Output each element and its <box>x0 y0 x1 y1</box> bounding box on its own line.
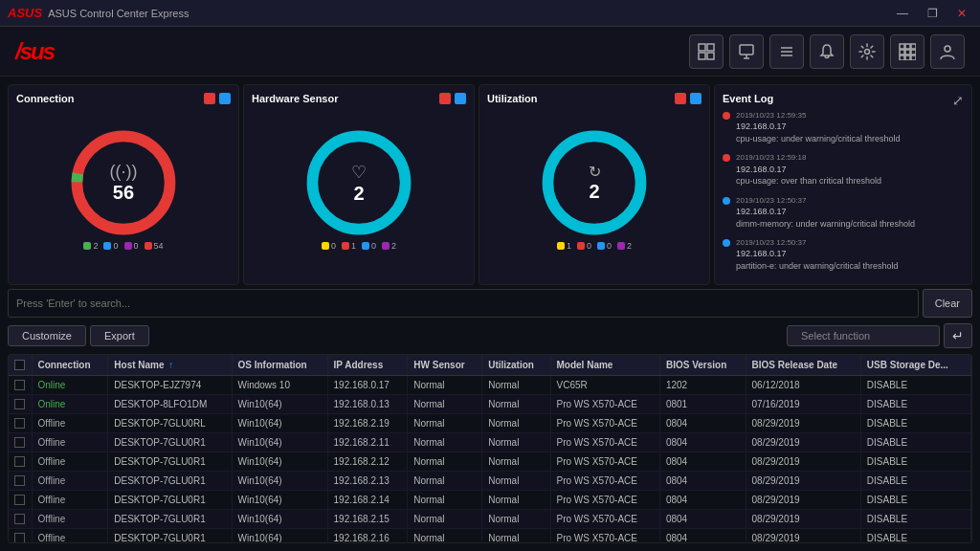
toolbar-row: Customize Export Select function ↵ <box>8 321 972 350</box>
table-cell: Offline <box>32 472 108 491</box>
col-connection[interactable]: Connection <box>32 355 108 376</box>
table-row: OfflineDESKTOP-7GLU0R1Win10(64)192.168.2… <box>9 433 971 452</box>
event-item-2: 2019/10/23 12:50:37 192.168.0.17 dimm-me… <box>723 195 964 230</box>
close-button[interactable]: ✕ <box>951 5 972 22</box>
table-cell: Offline <box>32 414 108 433</box>
row-checkbox-cell[interactable] <box>9 472 32 491</box>
hw-icon-1[interactable] <box>439 93 451 104</box>
titlebar-logo: ASUS <box>8 6 42 20</box>
select-function-dropdown[interactable]: Select function <box>787 325 940 346</box>
dashboard-icon[interactable] <box>689 34 724 69</box>
minimize-button[interactable]: — <box>891 5 914 22</box>
table-cell: Pro WS X570-ACE <box>550 472 659 491</box>
table-cell: 0804 <box>659 510 746 529</box>
col-ip[interactable]: IP Address <box>327 355 408 376</box>
connection-status: Online <box>38 399 66 409</box>
table-cell: 192.168.2.16 <box>327 529 408 544</box>
legend-online-label: 2 <box>93 241 98 251</box>
table-cell: 192.168.2.11 <box>327 433 408 452</box>
hardware-sensor-title: Hardware Sensor <box>252 93 466 104</box>
table-cell: 192.168.0.13 <box>327 395 408 414</box>
row-checkbox[interactable] <box>14 475 25 486</box>
util-icon-1[interactable] <box>675 93 686 104</box>
hw-icon-2[interactable] <box>455 93 466 104</box>
customize-button[interactable]: Customize <box>8 325 86 346</box>
row-checkbox[interactable] <box>14 495 25 505</box>
table-cell: Normal <box>482 395 550 414</box>
connection-icon-1[interactable] <box>204 93 215 104</box>
table-row: OfflineDESKTOP-7GLU0R1Win10(64)192.168.2… <box>9 472 971 491</box>
grid-icon[interactable] <box>890 34 924 69</box>
clear-button[interactable]: Clear <box>923 289 972 318</box>
connection-status: Offline <box>38 495 66 505</box>
user-icon[interactable] <box>930 34 965 69</box>
col-os[interactable]: OS Information <box>232 355 327 376</box>
monitor-icon[interactable] <box>729 34 764 69</box>
util-icon-2[interactable] <box>690 93 702 104</box>
settings-icon[interactable] <box>850 34 884 69</box>
hw-legend-yellow: 0 <box>322 241 336 251</box>
row-checkbox[interactable] <box>14 533 25 543</box>
util-legend-purple-label: 2 <box>627 241 632 251</box>
row-checkbox[interactable] <box>14 399 25 409</box>
legend-item-purple: 0 <box>124 241 139 251</box>
row-checkbox[interactable] <box>14 380 25 390</box>
col-checkbox[interactable] <box>9 355 32 376</box>
row-checkbox-cell[interactable] <box>9 452 32 472</box>
table-cell: 0804 <box>659 472 746 491</box>
row-checkbox[interactable] <box>14 437 25 448</box>
row-checkbox[interactable] <box>14 514 25 524</box>
event-list: 2019/10/23 12:59:35 192.168.0.17 cpu-usa… <box>723 110 964 273</box>
connection-donut: ((·)) 56 <box>71 130 176 235</box>
connection-icon-2[interactable] <box>219 93 231 104</box>
row-checkbox-cell[interactable] <box>9 510 32 529</box>
table-cell: DISABLE <box>860 395 970 414</box>
table-cell: 1202 <box>659 376 746 395</box>
legend-item-offline: 54 <box>145 241 164 251</box>
col-bios[interactable]: BIOS Version <box>659 355 746 376</box>
row-checkbox-cell[interactable] <box>9 395 32 414</box>
row-checkbox-cell[interactable] <box>9 433 32 452</box>
row-checkbox-cell[interactable] <box>9 376 32 395</box>
col-usb[interactable]: USB Storage De... <box>860 355 970 376</box>
col-hwsensor[interactable]: HW Sensor <box>408 355 482 376</box>
hw-value: 2 <box>351 183 367 205</box>
maximize-button[interactable]: ❐ <box>922 5 944 22</box>
apply-button[interactable]: ↵ <box>944 323 972 348</box>
row-checkbox[interactable] <box>14 456 25 467</box>
select-all-checkbox[interactable] <box>14 360 25 370</box>
svg-rect-16 <box>905 55 910 60</box>
table-cell: DESKTOP-8LFO1DM <box>108 395 232 414</box>
sort-arrow-hostname: ↑ <box>168 360 173 370</box>
table-cell: VC65R <box>550 376 659 395</box>
export-button[interactable]: Export <box>90 325 149 346</box>
table-cell: Pro WS X570-ACE <box>550 452 659 472</box>
connection-status: Offline <box>38 514 66 524</box>
row-checkbox-cell[interactable] <box>9 529 32 544</box>
bell-icon[interactable] <box>810 34 844 69</box>
table-cell: DISABLE <box>860 452 970 472</box>
col-utilization[interactable]: Utilization <box>482 355 550 376</box>
table-cell: Normal <box>408 395 482 414</box>
list-icon[interactable] <box>769 34 804 69</box>
search-input[interactable] <box>8 289 919 318</box>
event-time-2: 2019/10/23 12:50:37 <box>736 195 915 206</box>
table-cell: Normal <box>482 510 550 529</box>
event-log-widget: Event Log ⤢ 2019/10/23 12:59:35 192.168.… <box>714 84 972 285</box>
table-cell: 08/29/2019 <box>746 414 860 433</box>
svg-rect-14 <box>911 50 916 55</box>
table-cell: Win10(64) <box>232 433 327 452</box>
row-checkbox-cell[interactable] <box>9 414 32 433</box>
util-donut-container: ↻ 2 1 0 <box>487 110 702 271</box>
col-model[interactable]: Model Name <box>550 355 659 376</box>
col-bios-date[interactable]: BIOS Release Date <box>746 355 860 376</box>
hw-legend-red: 1 <box>342 241 356 251</box>
table-cell: Offline <box>32 510 108 529</box>
expand-icon[interactable]: ⤢ <box>952 93 964 108</box>
connection-status: Online <box>38 380 66 390</box>
svg-rect-17 <box>911 55 916 60</box>
row-checkbox-cell[interactable] <box>9 491 32 510</box>
col-hostname[interactable]: Host Name ↑ <box>108 355 232 376</box>
table-cell: Normal <box>482 491 550 510</box>
row-checkbox[interactable] <box>14 418 25 429</box>
